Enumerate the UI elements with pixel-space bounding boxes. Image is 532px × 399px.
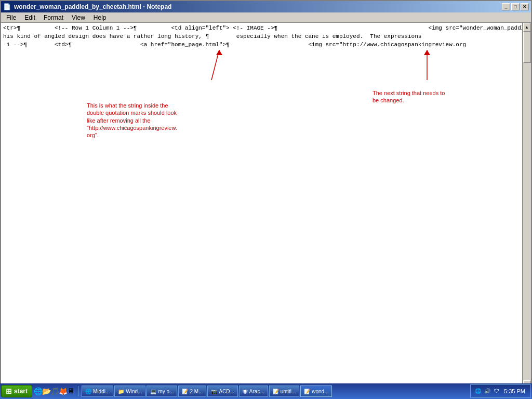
scroll-up-button[interactable]: ▲ [523, 23, 531, 32]
right-annotation-label: The next string that needs to be changed… [373, 89, 471, 104]
minimize-button[interactable]: _ [502, 3, 510, 10]
title-bar-controls: _ □ ✕ [502, 3, 529, 10]
editor-wrapper: <tr>¶ <!-- Row 1 Column 1 -->¶ <td align… [1, 23, 531, 389]
taskbar-item-arac-icon: 🕷 [243, 389, 248, 394]
taskbar-item-middl-label: Middl... [93, 389, 110, 394]
notepad-window: 📄 wonder_woman_paddled_by_cheetah.html -… [0, 0, 532, 399]
quicklaunch-firefox-icon[interactable]: 🦊 [59, 388, 66, 395]
code-line-3: 1 -->¶ <td>¶ <a href="home_page.html">¶ … [3, 41, 520, 49]
taskbar-item-2m-label: 2 M... [190, 389, 203, 394]
system-tray: 🌐 🔊 🛡 5:35 PM [470, 384, 531, 398]
taskbar-item-wind-icon: 📁 [118, 389, 124, 394]
taskbar-item-wind[interactable]: 📁 Wind... [114, 385, 145, 397]
start-label: start [14, 388, 28, 395]
quicklaunch-media-icon[interactable]: 🎵 [51, 388, 58, 395]
taskbar-item-myo-label: my o... [158, 389, 174, 394]
taskbar-items: 🌐 Middl... 📁 Wind... 💻 my o... 📝 2 M... … [82, 385, 468, 397]
vertical-scrollbar: ▲ ▼ [522, 23, 531, 389]
code-text: <tr>¶ <!-- Row 1 Column 1 -->¶ <td align… [3, 24, 520, 49]
taskbar-item-acd-label: ACD... [219, 389, 234, 394]
arrows-svg [1, 23, 522, 389]
menu-help[interactable]: Help [89, 13, 111, 22]
taskbar-item-wond[interactable]: 📝 wond... [300, 385, 332, 397]
taskbar-item-2m[interactable]: 📝 2 M... [178, 385, 206, 397]
taskbar-item-wind-label: Wind... [126, 389, 142, 394]
taskbar-item-untitl[interactable]: 📝 untitl... [269, 385, 299, 397]
svg-marker-3 [424, 50, 430, 55]
menu-bar: File Edit Format View Help [1, 12, 531, 23]
close-button[interactable]: ✕ [521, 3, 529, 10]
taskbar-item-untitl-icon: 📝 [273, 389, 279, 394]
menu-edit[interactable]: Edit [20, 13, 39, 22]
taskbar-item-untitl-label: untitl... [281, 389, 296, 394]
window-title: wonder_woman_paddled_by_cheetah.html - N… [14, 3, 171, 10]
tray-network-icon[interactable]: 🌐 [474, 387, 482, 395]
taskbar-item-2m-icon: 📝 [182, 389, 188, 394]
left-annotation-label: This is what the string inside the doubl… [87, 102, 211, 139]
taskbar-item-arac[interactable]: 🕷 Arac... [239, 385, 268, 397]
annotations-overlay: This is what the string inside the doubl… [1, 23, 522, 389]
window-icon: 📄 [3, 3, 11, 10]
taskbar-item-wond-icon: 📝 [304, 389, 310, 394]
taskbar-item-wond-label: wond... [312, 389, 328, 394]
taskbar-item-myo-icon: 💻 [150, 389, 156, 394]
taskbar-item-middl-icon: 🌐 [85, 389, 91, 394]
scroll-track[interactable] [523, 32, 531, 380]
title-bar: 📄 wonder_woman_paddled_by_cheetah.html -… [1, 1, 531, 12]
title-bar-text: 📄 wonder_woman_paddled_by_cheetah.html -… [3, 3, 171, 10]
svg-marker-1 [216, 50, 222, 55]
tray-audio-icon[interactable]: 🔊 [483, 387, 491, 395]
quicklaunch-ie-icon[interactable]: 🌐 [34, 388, 42, 395]
start-button[interactable]: ⊞ start [1, 385, 32, 397]
maximize-button[interactable]: □ [511, 3, 520, 10]
menu-view[interactable]: View [68, 13, 89, 22]
code-line-2: his kind of angled design does have a ra… [3, 32, 520, 41]
code-line-1: <tr>¶ <!-- Row 1 Column 1 -->¶ <td align… [3, 24, 520, 32]
taskbar: ⊞ start 🌐 📂 🎵 🦊 🖥 🌐 Middl... 📁 Wind... 💻… [0, 383, 532, 399]
tray-security-icon[interactable]: 🛡 [493, 387, 501, 395]
quicklaunch-folder-icon[interactable]: 📂 [43, 388, 50, 395]
taskbar-item-arac-label: Arac... [249, 389, 264, 394]
svg-line-0 [211, 50, 219, 80]
menu-file[interactable]: File [2, 13, 20, 22]
editor-container: <tr>¶ <!-- Row 1 Column 1 -->¶ <td align… [1, 23, 531, 398]
editor-content[interactable]: <tr>¶ <!-- Row 1 Column 1 -->¶ <td align… [1, 23, 522, 389]
taskbar-item-middl[interactable]: 🌐 Middl... [82, 385, 113, 397]
scroll-thumb[interactable] [523, 32, 531, 63]
menu-format[interactable]: Format [39, 13, 68, 22]
windows-logo-icon: ⊞ [6, 387, 12, 395]
quicklaunch-extra-icon[interactable]: 🖥 [68, 388, 75, 395]
taskbar-item-acd[interactable]: 📷 ACD... [207, 385, 237, 397]
clock: 5:35 PM [502, 388, 527, 394]
taskbar-item-acd-icon: 📷 [211, 389, 217, 394]
taskbar-item-myo[interactable]: 💻 my o... [147, 385, 177, 397]
